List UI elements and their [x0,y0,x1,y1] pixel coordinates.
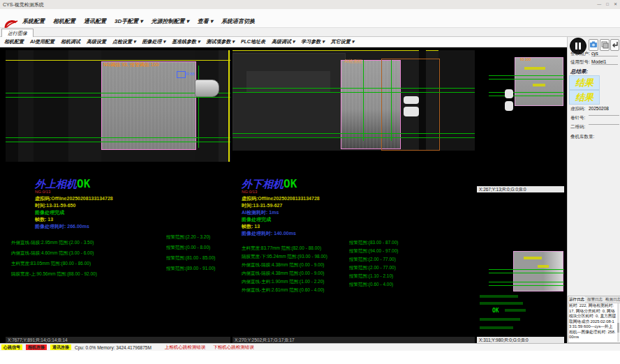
maximize-button[interactable]: □ [606,0,609,9]
model-label: 使用型号: [570,59,590,64]
small-bottom-ok-status: OK [492,308,499,314]
menu-3d-config[interactable]: 3D手配置 ▾ [115,17,142,25]
sidebar: 登录用户: cys 使用型号: Model1 总结果: 结果 结果 虚拟码: 2… [567,37,620,343]
tool-ai-config[interactable]: AI使用配置 [30,38,54,45]
statusbar: 心跳信号 相机连接 通讯连接 Cpu: 0.0% Memory: 3424.41… [0,343,620,351]
reference-line-yellow [6,60,230,61]
alarm-range: 报警范围:(2.00 - 77.00) [349,257,396,263]
alarm-range: 报警范围:(81.00 - 85.00) [166,255,215,261]
virtual-code-label: 虚拟码: [570,106,585,111]
menu-language-switch[interactable]: 系统语言切换 [221,17,255,25]
tool-test-params[interactable]: 测试项参数 ▾ [206,38,234,45]
tool-spot-check[interactable]: 点检设置 ▾ [112,38,135,45]
login-user-label: 登录用户: [570,51,590,56]
overlay-value-tag [533,84,545,86]
tool-advanced-settings[interactable]: 高级设置 [87,38,106,45]
main-area: NG阈值:93, 报警阈值:100 R:88 外上相机OK NG:0/13 虚拟… [0,47,567,343]
gripper-object [195,79,219,97]
result-indicator-1: 结果 [569,75,600,90]
mid-frame-count: 帧数: 13 [242,223,260,230]
tool-learn-params[interactable]: 学习参数 ▾ [301,38,324,45]
window-title: CYS-视觉检测系统 [3,2,44,7]
close-button[interactable]: ✕ [614,0,617,9]
left-ok-status: OK [77,177,90,190]
mid-ng-count: NG:0/13 [242,190,257,194]
tool-plc-table[interactable]: PLC地址表 [241,38,265,45]
mid-virtual-code: 虚拟码:Offline20250208133134728 [242,195,320,202]
result-indicator-2: 结果 [569,90,600,105]
total-result-label: 总结果: [570,68,588,75]
qrcode-field[interactable] [589,124,619,125]
log-tab-detect[interactable]: 检测日志 [605,296,620,303]
camera-capture-button[interactable] [589,39,598,51]
menu-view[interactable]: 查看 ▾ [198,17,213,25]
measure-value: 内侧直线-隔膜:4.60mm 范围:(3.00 - 6.00) [11,250,94,255]
winding-needle-field[interactable] [589,115,619,116]
upper-camera-heartbeat-error: 上相机心跳检测错误 [165,344,206,351]
tool-other-settings[interactable]: 其它设置 ▾ [331,38,354,45]
alarm-range: 报警范围:(0.00 - 8.00) [166,245,210,251]
login-user-field[interactable]: cys [591,51,618,56]
alarm-range: 报警范围:(2.00 - 77.00) [349,265,396,271]
alarm-range: 报警范围:(94.00 - 97.00) [349,248,398,255]
tab-strip: 运行图像 [0,28,620,37]
left-virtual-code: 虚拟码:Offline20250208133134728 [35,195,113,202]
tool-image-process[interactable]: 图像处理 ▾ [142,38,165,45]
small-bottom-coordinate-bar: X:311;Y:980;R:0;G:0;B:0 [477,337,564,343]
toolbar: 相机配置 AI使用配置 相机调试 高级设置 点检设置 ▾ 图像处理 ▾ 基准线参… [0,37,567,47]
measure-value: 主料宽度:83.05mm 范围:(80.00 - 86.00) [11,261,91,266]
menu-comm-config[interactable]: 通讯配置 [84,17,106,25]
log-scrollbar[interactable] [617,303,619,342]
lower-camera-heartbeat-error: 下相机心跳检测错误 [213,344,254,351]
blue-marker-label: R:88 [186,72,195,76]
blue-marker-box [177,71,186,78]
mid-ai-elapsed: AI检测耗时: 1ms [242,209,279,216]
left-frame-count: 帧数: 13 [35,216,53,223]
menu-camera-config[interactable]: 相机配置 [53,17,75,25]
tool-advanced-debug[interactable]: 高级调试 ▾ [272,38,295,45]
left-process-elapsed: 图像处理耗时: 266.00ms [35,223,89,230]
left-ng-count: NG:0/13 [35,190,50,194]
log-tab-alarm[interactable]: 报警日志 [586,296,603,303]
cpu-memory-status: Cpu: 0.0% Memory: 3424.41796875M [75,345,152,350]
model-field[interactable]: Model1 [591,59,618,65]
layers-button[interactable] [600,39,610,51]
log-tab-run[interactable]: 运行日志 [568,296,585,303]
left-process-done: 图像处理完成 [35,209,64,216]
mid-process-elapsed: 图像处理耗时: 140.00ms [242,230,296,237]
bright-feature [404,107,419,116]
overlay-value-tag [524,67,545,70]
mid-process-done: 图像处理完成 [242,216,271,223]
tool-baseline-params[interactable]: 基准线参数 ▾ [172,38,200,45]
mid-camera-view: AI检测框 [232,50,475,151]
virtual-code-value: 20250208 [589,106,619,111]
qrcode-label: 二维码: [570,124,585,129]
left-time: 时间:13-31-59-650 [35,202,75,209]
threshold-overlay-label: NG阈值:93, 报警阈值:100 [103,61,159,68]
measure-value: 外侧直线-隔膜:2.95mm 范围:(2.00 - 3.50) [11,240,94,245]
alarm-range: 报警范围:(2.20 - 3.20) [166,234,210,241]
log-panel: 运行日志 报警日志 检测日志 耗时: 222, 网络检测耗时: 17, 网络分类… [568,296,620,343]
alarm-range: 报警范围:(1.10 - 2.10) [349,273,393,280]
tool-camera-debug[interactable]: 相机调试 [61,38,80,45]
minimize-button[interactable]: — [597,0,601,9]
menu-system-config[interactable]: 系统配置 [22,17,45,25]
menu-light-config[interactable]: 光源控制配置 ▾ [151,17,189,25]
left-camera-view: NG阈值:93, 报警阈值:100 R:88 [6,50,230,162]
tool-camera-config[interactable]: 相机配置 [4,38,24,45]
measure-value: 隔膜宽度-上:90.56mm 范围:(88.00 - 92.00) [11,271,97,276]
left-pixel-coordinate-bar: X:7677;Y:891;R:14;G:14;B:14 [6,337,230,343]
mid-pixel-coordinate-bar: X:270;Y:2502;R:17;G:17;B:17 [232,337,475,343]
mid-ok-status: OK [283,177,297,190]
menubar: 系统配置 相机配置 通讯配置 3D手配置 ▾ 光源控制配置 ▾ 查看 ▾ 系统语… [0,9,620,28]
comm-link-status-badge: 通讯连接 [50,344,71,350]
alarm-range: 报警范围:(0.60 - 4.00) [349,282,393,288]
titlebar: CYS-视觉检测系统 — □ ✕ [0,0,620,9]
app-window: CYS-视觉检测系统 — □ ✕ 系统配置 相机配置 通讯配置 3D手配置 ▾ … [0,0,620,364]
ai-box-label: AI检测框 [344,59,362,65]
small-bottom-camera-view: OK [477,194,564,337]
bright-feature [404,96,419,104]
left-camera-title: 外上相机OK [35,177,90,191]
mid-time: 时间:13-31-59-627 [242,202,282,209]
return-arrow-button[interactable] [610,39,619,51]
